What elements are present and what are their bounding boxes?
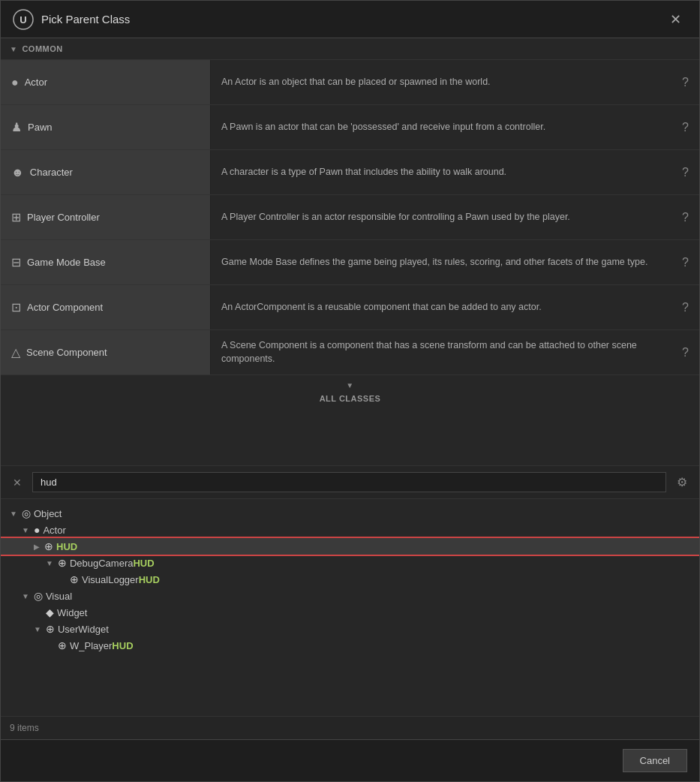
class-help-button[interactable]: ? xyxy=(671,285,699,329)
tree-item-label: Object xyxy=(34,508,62,519)
class-name: Scene Component xyxy=(26,347,107,358)
class-button-actor[interactable]: ●Actor xyxy=(1,60,211,104)
class-name: Actor xyxy=(25,77,47,88)
class-button-player-controller[interactable]: ⊞Player Controller xyxy=(1,195,211,239)
tree-node-hud-icon: ⊕ xyxy=(44,540,53,552)
search-gear-button[interactable]: ⚙ xyxy=(672,474,692,491)
title-bar-left: U Pick Parent Class xyxy=(13,9,130,30)
tree-node-hud-icon: ⊕ xyxy=(46,623,55,635)
common-class-row: ⊟Game Mode BaseGame Mode Base defines th… xyxy=(1,240,699,285)
tree-chevron-icon: ▼ xyxy=(46,559,53,567)
tree-item-wplayerhud[interactable]: ⊕W_PlayerHUD xyxy=(1,637,699,654)
class-description: A character is a type of Pawn that inclu… xyxy=(211,150,671,194)
common-chevron-icon: ▼ xyxy=(10,45,17,53)
component-icon: ⊡ xyxy=(11,300,21,314)
class-name: Game Mode Base xyxy=(27,257,106,268)
search-clear-button[interactable]: ✕ xyxy=(8,475,26,490)
ue-logo-icon: U xyxy=(13,9,34,30)
class-button-game-mode-base[interactable]: ⊟Game Mode Base xyxy=(1,240,211,284)
tree-container: ▼◎Object▼●Actor▶⊕HUD▼⊕DebugCameraHUD⊕Vis… xyxy=(1,499,699,716)
class-help-button[interactable]: ? xyxy=(671,105,699,149)
class-help-button[interactable]: ? xyxy=(671,330,699,374)
pawn-icon: ♟ xyxy=(11,120,22,134)
search-bar: ✕ ⚙ xyxy=(1,466,699,499)
tree-node-diamond-icon: ◆ xyxy=(46,606,54,618)
common-class-row: ●ActorAn Actor is an object that can be … xyxy=(1,60,699,105)
class-name: Character xyxy=(30,167,73,178)
class-name: Player Controller xyxy=(27,212,100,223)
common-section-header: ▼ COMMON xyxy=(1,38,699,60)
common-items-list: ●ActorAn Actor is an object that can be … xyxy=(1,60,699,375)
common-class-row: ☻CharacterA character is a type of Pawn … xyxy=(1,150,699,195)
bottom-bar: Cancel xyxy=(1,739,699,781)
tree-item-object[interactable]: ▼◎Object xyxy=(1,505,699,522)
class-button-actor-component[interactable]: ⊡Actor Component xyxy=(1,285,211,329)
title-bar: U Pick Parent Class ✕ xyxy=(1,1,699,38)
tree-item-label: UserWidget xyxy=(58,624,109,635)
common-class-row: ♟PawnA Pawn is an actor that can be 'pos… xyxy=(1,105,699,150)
class-description: An ActorComponent is a reusable componen… xyxy=(211,285,671,329)
controller-icon: ⊞ xyxy=(11,210,21,224)
tree-item-label: Widget xyxy=(57,607,87,618)
svg-text:U: U xyxy=(20,14,26,26)
tree-node-actor-icon: ● xyxy=(34,524,40,536)
tree-node-hud-icon: ⊕ xyxy=(70,573,79,585)
tree-item-label: DebugCameraHUD xyxy=(70,558,155,569)
common-section-label: COMMON xyxy=(22,44,62,53)
tree-item-label: HUD xyxy=(56,541,77,552)
class-help-button[interactable]: ? xyxy=(671,60,699,104)
all-classes-section-label: ALL CLASSES xyxy=(320,394,381,403)
tree-item-debugcamerahud[interactable]: ▼⊕DebugCameraHUD xyxy=(1,555,699,571)
actor-icon: ● xyxy=(11,76,19,89)
tree-chevron-icon: ▶ xyxy=(34,543,40,551)
class-button-character[interactable]: ☻Character xyxy=(1,150,211,194)
dialog-title: Pick Parent Class xyxy=(41,13,130,26)
scene-icon: △ xyxy=(11,345,20,359)
gamemode-icon: ⊟ xyxy=(11,255,21,269)
class-description: A Scene Component is a component that ha… xyxy=(211,330,671,374)
tree-item-widget[interactable]: ◆Widget xyxy=(1,604,699,621)
tree-node-hud-icon: ⊕ xyxy=(58,639,67,651)
class-help-button[interactable]: ? xyxy=(671,195,699,239)
cancel-button[interactable]: Cancel xyxy=(623,749,687,772)
tree-item-hud[interactable]: ▶⊕HUD xyxy=(1,538,699,555)
character-icon: ☻ xyxy=(11,166,24,179)
tree-item-label: Actor xyxy=(43,525,65,536)
all-classes-section-header: ▼ ALL CLASSES xyxy=(1,375,699,466)
tree-item-visualloggerhud[interactable]: ⊕VisualLoggerHUD xyxy=(1,571,699,588)
class-description: An Actor is an object that can be placed… xyxy=(211,60,671,104)
common-class-row: ⊞Player ControllerA Player Controller is… xyxy=(1,195,699,240)
close-button[interactable]: ✕ xyxy=(664,8,687,31)
tree-node-hud-icon: ⊕ xyxy=(58,557,67,569)
class-button-scene-component[interactable]: △Scene Component xyxy=(1,330,211,374)
class-description: A Player Controller is an actor responsi… xyxy=(211,195,671,239)
class-description: Game Mode Base defines the game being pl… xyxy=(211,240,671,284)
dialog: U Pick Parent Class ✕ ▼ COMMON ●ActorAn … xyxy=(0,0,700,782)
tree-chevron-icon: ▼ xyxy=(22,526,29,534)
tree-node-object-icon: ◎ xyxy=(34,590,43,602)
class-name: Actor Component xyxy=(27,302,103,313)
class-help-button[interactable]: ? xyxy=(671,240,699,284)
class-name: Pawn xyxy=(28,122,53,133)
tree-item-userwidget[interactable]: ▼⊕UserWidget xyxy=(1,621,699,637)
tree-item-visual[interactable]: ▼◎Visual xyxy=(1,588,699,604)
tree-item-actor[interactable]: ▼●Actor xyxy=(1,522,699,538)
tree-chevron-icon: ▼ xyxy=(10,510,17,518)
common-class-row: △Scene ComponentA Scene Component is a c… xyxy=(1,330,699,375)
items-count: 9 items xyxy=(1,716,699,739)
tree-chevron-icon: ▼ xyxy=(34,625,41,633)
class-button-pawn[interactable]: ♟Pawn xyxy=(1,105,211,149)
tree-node-object-icon: ◎ xyxy=(22,507,31,519)
class-description: A Pawn is an actor that can be 'possesse… xyxy=(211,105,671,149)
tree-item-label: VisualLoggerHUD xyxy=(82,574,160,585)
tree-chevron-icon: ▼ xyxy=(22,592,29,600)
tree-item-label: Visual xyxy=(46,591,72,602)
search-input[interactable] xyxy=(32,472,666,492)
all-classes-chevron-icon: ▼ xyxy=(346,381,353,389)
tree-item-label: W_PlayerHUD xyxy=(70,640,134,651)
all-classes-section: ✕ ⚙ ▼◎Object▼●Actor▶⊕HUD▼⊕DebugCameraHUD… xyxy=(1,466,699,739)
common-class-row: ⊡Actor ComponentAn ActorComponent is a r… xyxy=(1,285,699,330)
class-help-button[interactable]: ? xyxy=(671,150,699,194)
